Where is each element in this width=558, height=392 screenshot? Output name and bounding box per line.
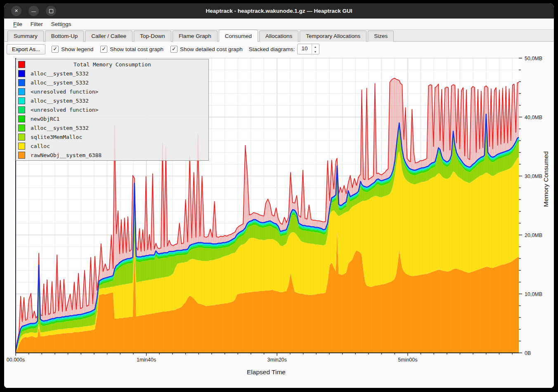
checkbox-label: Show total cost graph	[110, 46, 163, 52]
svg-text:40,0MB: 40,0MB	[525, 115, 542, 120]
menu-bar: FileFilterSettings	[4, 19, 554, 29]
spin-up-icon[interactable]: ▲	[312, 44, 319, 49]
checkbox-box[interactable]: ✓	[170, 46, 177, 53]
window-title: Heaptrack - heaptrack.wakunode.1.gz — He…	[4, 8, 554, 14]
maximize-button[interactable]	[46, 6, 56, 16]
checkbox-box[interactable]: ✓	[52, 46, 59, 53]
stacked-diagrams-spinbox[interactable]: 10 ▲ ▼	[297, 44, 319, 54]
spinbox-arrows: ▲ ▼	[312, 44, 319, 54]
legend-swatch	[18, 115, 25, 122]
legend-swatch-total	[18, 61, 25, 68]
checkbox-label: Show legend	[61, 46, 93, 52]
legend-swatch	[18, 88, 25, 95]
legend-swatch	[18, 143, 25, 150]
legend-item: alloc__system_5332	[16, 79, 208, 87]
checkbox-box[interactable]: ✓	[100, 46, 107, 53]
svg-text:5min00s: 5min00s	[398, 357, 417, 363]
svg-text:50,0MB: 50,0MB	[525, 56, 542, 61]
legend-swatch	[18, 106, 25, 113]
legend-item: calloc	[16, 142, 208, 150]
svg-text:00.000s: 00.000s	[7, 357, 25, 363]
tab-summary[interactable]: Summary	[7, 31, 44, 42]
legend-swatch	[18, 152, 25, 159]
stacked-diagrams-value: 10	[298, 44, 311, 54]
checkbox-show-legend[interactable]: ✓Show legend	[52, 46, 93, 53]
legend-label: newObjRC1	[31, 116, 59, 122]
legend-title: Total Memory Consumption	[25, 61, 199, 68]
legend-swatch	[18, 79, 25, 86]
svg-text:0B: 0B	[525, 350, 531, 356]
y-axis-title: Memory Consumed	[542, 151, 550, 207]
minimize-button[interactable]: —	[28, 6, 39, 16]
legend-label: <unresolved function>	[31, 89, 98, 95]
menu-file[interactable]: File	[9, 20, 26, 28]
legend-swatch	[18, 97, 25, 104]
tab-bottom-up[interactable]: Bottom-Up	[45, 31, 84, 42]
spin-down-icon[interactable]: ▼	[312, 49, 319, 54]
legend-swatch	[18, 134, 25, 141]
svg-text:10,0MB: 10,0MB	[525, 291, 542, 297]
close-icon: ✕	[14, 8, 18, 14]
tab-sizes[interactable]: Sizes	[368, 31, 394, 42]
legend-item: rawNewObj__system_6388	[16, 151, 208, 159]
tab-allocations[interactable]: Allocations	[259, 31, 298, 42]
legend-label: alloc__system_5332	[31, 98, 89, 104]
legend-item: sqlite3MemMalloc	[16, 133, 208, 141]
stacked-diagrams-control: Stacked diagrams: 10 ▲ ▼	[249, 44, 319, 54]
toolbar: Export As... ✓Show legend✓Show total cos…	[4, 42, 554, 56]
svg-text:20,0MB: 20,0MB	[525, 232, 542, 238]
legend-label: alloc__system_5332	[31, 70, 89, 77]
menu-filter[interactable]: Filter	[26, 20, 47, 28]
tab-consumed[interactable]: Consumed	[219, 30, 258, 42]
app-window: ✕ — Heaptrack - heaptrack.wakunode.1.gz …	[4, 3, 554, 388]
legend-title-row: Total Memory Consumption	[16, 61, 208, 69]
legend-label: alloc__system_5332	[31, 125, 89, 131]
legend-label: rawNewObj__system_6388	[31, 152, 102, 158]
svg-text:30,0MB: 30,0MB	[525, 174, 542, 179]
stacked-diagrams-label: Stacked diagrams:	[249, 46, 295, 52]
checkbox-show-total-cost-graph[interactable]: ✓Show total cost graph	[100, 46, 163, 53]
title-bar: ✕ — Heaptrack - heaptrack.wakunode.1.gz …	[4, 3, 554, 19]
legend-item: alloc__system_5332	[16, 124, 208, 132]
legend-label: <unresolved function>	[31, 107, 98, 113]
svg-text:1min40s: 1min40s	[137, 357, 156, 363]
checkbox-group: ✓Show legend✓Show total cost graph✓Show …	[52, 46, 243, 53]
legend-swatch	[18, 70, 25, 77]
tab-top-down[interactable]: Top-Down	[134, 31, 171, 42]
export-as-button[interactable]: Export As...	[7, 44, 45, 54]
chart-legend: Total Memory Consumptionalloc__system_53…	[16, 59, 209, 161]
menu-settings[interactable]: Settings	[47, 20, 76, 28]
tab-caller-callee[interactable]: Caller / Callee	[85, 31, 132, 42]
legend-swatch	[18, 124, 25, 131]
chart-area: 00.000s1min40s3min20s5min00s0B10,0MB20,0…	[4, 56, 554, 388]
legend-label: calloc	[31, 143, 50, 149]
legend-item: <unresolved function>	[16, 106, 208, 114]
tab-flame-graph[interactable]: Flame Graph	[173, 31, 218, 42]
svg-text:3min20s: 3min20s	[267, 357, 287, 363]
maximize-icon	[49, 9, 53, 13]
legend-item: <unresolved function>	[16, 88, 208, 96]
legend-item: newObjRC1	[16, 115, 208, 123]
checkbox-label: Show detailed cost graph	[180, 46, 243, 52]
minimize-icon: —	[31, 9, 36, 14]
legend-item: alloc__system_5332	[16, 70, 208, 78]
checkbox-show-detailed-cost-graph[interactable]: ✓Show detailed cost graph	[170, 46, 243, 53]
legend-label: sqlite3MemMalloc	[31, 134, 82, 140]
tab-bar: SummaryBottom-UpCaller / CalleeTop-DownF…	[4, 29, 554, 42]
legend-label: alloc__system_5332	[31, 80, 89, 86]
close-button[interactable]: ✕	[11, 6, 21, 16]
x-axis-title: Elapsed Time	[4, 369, 528, 376]
legend-item: alloc__system_5332	[16, 97, 208, 105]
tab-temporary-allocations[interactable]: Temporary Allocations	[300, 31, 366, 42]
